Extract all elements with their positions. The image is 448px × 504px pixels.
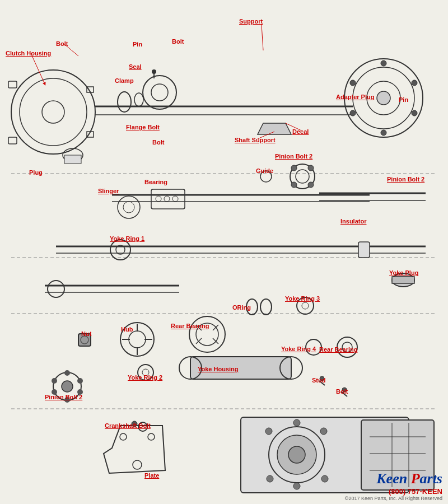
label-bolt-1[interactable]: Bolt bbox=[56, 40, 68, 47]
svg-point-100 bbox=[148, 433, 155, 440]
svg-point-36 bbox=[123, 202, 134, 213]
svg-point-29 bbox=[350, 110, 356, 116]
svg-point-4 bbox=[11, 70, 95, 154]
svg-line-122 bbox=[262, 25, 263, 50]
section4-yoke bbox=[45, 273, 414, 403]
svg-point-57 bbox=[48, 281, 64, 297]
label-flange-bolt[interactable]: Flange Bolt bbox=[126, 124, 160, 130]
label-crankshaft-bolt[interactable]: Crankshaft Bolt bbox=[105, 422, 151, 429]
svg-marker-31 bbox=[258, 123, 291, 134]
label-plug[interactable]: Plug bbox=[29, 169, 43, 176]
label-yoke-ring-2[interactable]: Yoke Ring 2 bbox=[128, 374, 162, 381]
svg-point-43 bbox=[296, 170, 309, 183]
svg-marker-98 bbox=[104, 426, 165, 473]
label-yoke-ring-1[interactable]: Yoke Ring 1 bbox=[110, 235, 144, 242]
label-yoke-plug[interactable]: Yoke Plug bbox=[389, 269, 418, 276]
svg-point-20 bbox=[134, 93, 143, 106]
svg-point-25 bbox=[381, 60, 386, 66]
svg-point-52 bbox=[110, 240, 130, 260]
label-yoke-ring-4[interactable]: Yoke Ring 4 bbox=[281, 346, 316, 352]
label-plate[interactable]: Plate bbox=[144, 472, 159, 479]
svg-rect-59 bbox=[392, 277, 414, 283]
svg-point-38 bbox=[156, 196, 161, 202]
svg-point-65 bbox=[129, 331, 146, 348]
label-stud[interactable]: Stud bbox=[312, 377, 325, 384]
label-pinion-bolt-2b[interactable]: Pinion Bolt 2 bbox=[387, 176, 424, 183]
svg-point-47 bbox=[291, 182, 297, 188]
svg-point-18 bbox=[152, 69, 156, 74]
label-clutch-housing[interactable]: Clutch Housing bbox=[6, 50, 51, 57]
section3-shaft bbox=[56, 240, 426, 260]
phone-number[interactable]: (800) 757-KEEN bbox=[345, 487, 442, 496]
svg-point-45 bbox=[308, 182, 314, 188]
label-rear-bearing-2[interactable]: Rear Bearing bbox=[319, 346, 357, 353]
label-slinger[interactable]: Slinger bbox=[98, 188, 119, 194]
label-seal[interactable]: Seal bbox=[129, 63, 142, 70]
svg-point-107 bbox=[288, 446, 305, 463]
svg-point-44 bbox=[308, 165, 314, 171]
svg-rect-12 bbox=[64, 155, 81, 164]
svg-point-15 bbox=[143, 76, 176, 109]
svg-point-30 bbox=[350, 80, 356, 86]
label-shaft-support[interactable]: Shaft Support bbox=[235, 137, 276, 143]
copyright-text: ©2017 Keen Parts, Inc. All Rights Reserv… bbox=[345, 496, 442, 501]
svg-point-113 bbox=[265, 428, 272, 435]
parts-diagram-svg bbox=[0, 0, 448, 504]
svg-point-108 bbox=[293, 419, 300, 426]
svg-point-63 bbox=[260, 299, 272, 315]
svg-point-16 bbox=[151, 84, 168, 101]
svg-point-89 bbox=[77, 378, 83, 384]
svg-point-35 bbox=[118, 196, 140, 218]
label-pin-2[interactable]: Pin bbox=[399, 96, 408, 103]
label-clamp[interactable]: Clamp bbox=[115, 77, 134, 84]
label-support[interactable]: Support bbox=[239, 18, 263, 25]
diagram-container: Clutch Housing Bolt Pin Bolt Support Sea… bbox=[0, 0, 448, 504]
svg-point-26 bbox=[412, 80, 417, 86]
label-insulator[interactable]: Insulator bbox=[340, 218, 366, 225]
svg-point-87 bbox=[62, 381, 73, 392]
svg-rect-7 bbox=[8, 81, 17, 88]
keen-parts-logo: Keen Parts bbox=[345, 470, 442, 487]
svg-rect-8 bbox=[8, 137, 17, 144]
label-pin-1[interactable]: Pin bbox=[133, 41, 142, 48]
svg-point-40 bbox=[172, 196, 178, 202]
svg-point-24 bbox=[377, 91, 390, 105]
svg-point-72 bbox=[189, 316, 225, 352]
svg-point-19 bbox=[118, 92, 131, 112]
label-rear-bearing-1[interactable]: Rear Bearing bbox=[171, 323, 209, 329]
svg-point-39 bbox=[164, 196, 170, 202]
label-bolt-3[interactable]: Bolt bbox=[152, 139, 164, 146]
svg-point-111 bbox=[293, 483, 300, 489]
svg-point-6 bbox=[42, 101, 64, 123]
svg-point-110 bbox=[321, 475, 328, 482]
svg-point-27 bbox=[412, 110, 417, 116]
svg-rect-37 bbox=[151, 189, 185, 209]
svg-point-5 bbox=[20, 78, 87, 146]
svg-point-112 bbox=[267, 475, 273, 482]
svg-point-109 bbox=[320, 428, 327, 435]
svg-point-93 bbox=[52, 378, 57, 384]
label-pinion-bolt-2c[interactable]: Pinion Bolt 2 bbox=[45, 394, 82, 400]
footer: Keen Parts (800) 757-KEEN ©2017 Keen Par… bbox=[345, 470, 442, 501]
svg-point-46 bbox=[291, 165, 297, 171]
svg-line-120 bbox=[31, 53, 45, 84]
label-hub[interactable]: Hub bbox=[121, 326, 133, 333]
svg-point-88 bbox=[64, 370, 70, 376]
svg-rect-54 bbox=[358, 242, 370, 258]
label-bearing[interactable]: Bearing bbox=[144, 179, 167, 185]
label-oring[interactable]: ORing bbox=[232, 304, 251, 311]
label-decal[interactable]: Decal bbox=[292, 128, 309, 135]
label-pinion-bolt-2a[interactable]: Pinion Bolt 2 bbox=[275, 153, 312, 160]
label-bolt-2[interactable]: Bolt bbox=[172, 38, 184, 45]
svg-point-28 bbox=[381, 130, 386, 136]
svg-point-101 bbox=[133, 460, 142, 469]
label-bolt-4[interactable]: Bolt bbox=[336, 388, 348, 395]
svg-point-61 bbox=[302, 302, 309, 309]
label-guide[interactable]: Guide bbox=[256, 167, 273, 174]
label-yoke-housing[interactable]: Yoke Housing bbox=[198, 366, 239, 372]
svg-point-99 bbox=[120, 433, 127, 440]
label-adapter-plug[interactable]: Adapter Plug bbox=[336, 94, 374, 100]
label-nut[interactable]: Nut bbox=[81, 330, 91, 337]
label-yoke-ring-3[interactable]: Yoke Ring 3 bbox=[285, 295, 320, 302]
clutch-housing-drawing bbox=[8, 70, 95, 164]
